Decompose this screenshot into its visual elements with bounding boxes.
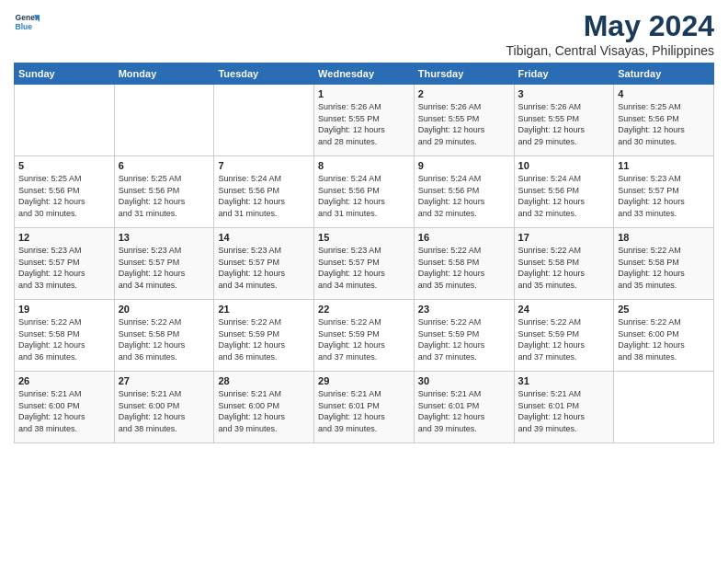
day-number: 29 bbox=[318, 375, 410, 386]
day-info: Sunrise: 5:21 AMSunset: 6:01 PMDaylight:… bbox=[418, 388, 510, 434]
day-number: 11 bbox=[618, 160, 710, 171]
day-number: 13 bbox=[119, 232, 210, 243]
day-number: 2 bbox=[418, 88, 510, 99]
day-number: 20 bbox=[119, 304, 210, 315]
day-info: Sunrise: 5:25 AMSunset: 5:56 PMDaylight:… bbox=[119, 173, 210, 219]
day-info: Sunrise: 5:22 AMSunset: 5:58 PMDaylight:… bbox=[418, 245, 510, 291]
table-row: 14Sunrise: 5:23 AMSunset: 5:57 PMDayligh… bbox=[214, 228, 314, 300]
day-info: Sunrise: 5:22 AMSunset: 6:00 PMDaylight:… bbox=[618, 316, 710, 362]
table-row: 6Sunrise: 5:25 AMSunset: 5:56 PMDaylight… bbox=[114, 156, 214, 228]
col-tuesday: Tuesday bbox=[214, 63, 314, 85]
day-info: Sunrise: 5:26 AMSunset: 5:55 PMDaylight:… bbox=[318, 101, 410, 147]
day-info: Sunrise: 5:23 AMSunset: 5:57 PMDaylight:… bbox=[119, 245, 210, 291]
day-info: Sunrise: 5:23 AMSunset: 5:57 PMDaylight:… bbox=[218, 245, 310, 291]
table-row: 29Sunrise: 5:21 AMSunset: 6:01 PMDayligh… bbox=[314, 372, 415, 443]
table-row bbox=[614, 372, 714, 443]
day-info: Sunrise: 5:22 AMSunset: 5:59 PMDaylight:… bbox=[318, 316, 410, 362]
day-info: Sunrise: 5:22 AMSunset: 5:59 PMDaylight:… bbox=[218, 316, 310, 362]
table-row: 10Sunrise: 5:24 AMSunset: 5:56 PMDayligh… bbox=[514, 156, 614, 228]
page-subtitle: Tibigan, Central Visayas, Philippines bbox=[506, 43, 714, 58]
day-info: Sunrise: 5:24 AMSunset: 5:56 PMDaylight:… bbox=[418, 173, 510, 219]
day-info: Sunrise: 5:23 AMSunset: 5:57 PMDaylight:… bbox=[618, 173, 710, 219]
table-row: 24Sunrise: 5:22 AMSunset: 5:59 PMDayligh… bbox=[514, 300, 614, 372]
table-row: 25Sunrise: 5:22 AMSunset: 6:00 PMDayligh… bbox=[614, 300, 714, 372]
day-number: 10 bbox=[518, 160, 610, 171]
col-wednesday: Wednesday bbox=[314, 63, 415, 85]
day-info: Sunrise: 5:22 AMSunset: 5:59 PMDaylight:… bbox=[418, 316, 510, 362]
day-info: Sunrise: 5:24 AMSunset: 5:56 PMDaylight:… bbox=[218, 173, 310, 219]
day-info: Sunrise: 5:23 AMSunset: 5:57 PMDaylight:… bbox=[18, 245, 110, 291]
table-row: 12Sunrise: 5:23 AMSunset: 5:57 PMDayligh… bbox=[15, 228, 115, 300]
day-number: 16 bbox=[418, 232, 510, 243]
col-friday: Friday bbox=[514, 63, 614, 85]
day-number: 23 bbox=[418, 304, 510, 315]
day-number: 4 bbox=[618, 88, 710, 99]
day-number: 9 bbox=[418, 160, 510, 171]
day-info: Sunrise: 5:21 AMSunset: 6:00 PMDaylight:… bbox=[218, 388, 310, 434]
table-row bbox=[15, 85, 115, 156]
calendar-week-row: 19Sunrise: 5:22 AMSunset: 5:58 PMDayligh… bbox=[15, 300, 714, 372]
day-number: 25 bbox=[618, 304, 710, 315]
day-number: 5 bbox=[18, 160, 110, 171]
day-number: 30 bbox=[418, 375, 510, 386]
table-row: 16Sunrise: 5:22 AMSunset: 5:58 PMDayligh… bbox=[414, 228, 514, 300]
table-row: 18Sunrise: 5:22 AMSunset: 5:58 PMDayligh… bbox=[614, 228, 714, 300]
calendar-body: 1Sunrise: 5:26 AMSunset: 5:55 PMDaylight… bbox=[15, 85, 714, 443]
calendar-week-row: 5Sunrise: 5:25 AMSunset: 5:56 PMDaylight… bbox=[15, 156, 714, 228]
day-info: Sunrise: 5:22 AMSunset: 5:58 PMDaylight:… bbox=[518, 245, 610, 291]
day-info: Sunrise: 5:21 AMSunset: 6:01 PMDaylight:… bbox=[518, 388, 610, 434]
calendar-header-row: Sunday Monday Tuesday Wednesday Thursday… bbox=[15, 63, 714, 85]
svg-text:Blue: Blue bbox=[16, 22, 33, 31]
table-row: 20Sunrise: 5:22 AMSunset: 5:58 PMDayligh… bbox=[114, 300, 214, 372]
table-row bbox=[214, 85, 314, 156]
day-number: 6 bbox=[119, 160, 210, 171]
logo: General Blue bbox=[14, 9, 40, 35]
calendar-week-row: 12Sunrise: 5:23 AMSunset: 5:57 PMDayligh… bbox=[15, 228, 714, 300]
table-row: 15Sunrise: 5:23 AMSunset: 5:57 PMDayligh… bbox=[314, 228, 415, 300]
day-info: Sunrise: 5:25 AMSunset: 5:56 PMDaylight:… bbox=[18, 173, 110, 219]
day-number: 14 bbox=[218, 232, 310, 243]
page-title: May 2024 bbox=[506, 9, 714, 43]
day-number: 21 bbox=[218, 304, 310, 315]
table-row: 13Sunrise: 5:23 AMSunset: 5:57 PMDayligh… bbox=[114, 228, 214, 300]
table-row: 3Sunrise: 5:26 AMSunset: 5:55 PMDaylight… bbox=[514, 85, 614, 156]
table-row: 28Sunrise: 5:21 AMSunset: 6:00 PMDayligh… bbox=[214, 372, 314, 443]
table-row: 4Sunrise: 5:25 AMSunset: 5:56 PMDaylight… bbox=[614, 85, 714, 156]
table-row bbox=[114, 85, 214, 156]
title-section: May 2024 Tibigan, Central Visayas, Phili… bbox=[506, 9, 714, 58]
col-saturday: Saturday bbox=[614, 63, 714, 85]
day-number: 8 bbox=[318, 160, 410, 171]
day-number: 17 bbox=[518, 232, 610, 243]
page-container: General Blue May 2024 Tibigan, Central V… bbox=[0, 0, 728, 448]
calendar-week-row: 26Sunrise: 5:21 AMSunset: 6:00 PMDayligh… bbox=[15, 372, 714, 443]
logo-icon: General Blue bbox=[14, 9, 40, 35]
day-info: Sunrise: 5:25 AMSunset: 5:56 PMDaylight:… bbox=[618, 101, 710, 147]
day-info: Sunrise: 5:21 AMSunset: 6:01 PMDaylight:… bbox=[318, 388, 410, 434]
col-sunday: Sunday bbox=[15, 63, 115, 85]
table-row: 30Sunrise: 5:21 AMSunset: 6:01 PMDayligh… bbox=[414, 372, 514, 443]
day-info: Sunrise: 5:21 AMSunset: 6:00 PMDaylight:… bbox=[119, 388, 210, 434]
day-info: Sunrise: 5:26 AMSunset: 5:55 PMDaylight:… bbox=[418, 101, 510, 147]
table-row: 27Sunrise: 5:21 AMSunset: 6:00 PMDayligh… bbox=[114, 372, 214, 443]
day-number: 27 bbox=[119, 375, 210, 386]
day-info: Sunrise: 5:21 AMSunset: 6:00 PMDaylight:… bbox=[18, 388, 110, 434]
day-number: 7 bbox=[218, 160, 310, 171]
day-number: 31 bbox=[518, 375, 610, 386]
day-number: 12 bbox=[18, 232, 110, 243]
table-row: 31Sunrise: 5:21 AMSunset: 6:01 PMDayligh… bbox=[514, 372, 614, 443]
day-info: Sunrise: 5:24 AMSunset: 5:56 PMDaylight:… bbox=[518, 173, 610, 219]
table-row: 1Sunrise: 5:26 AMSunset: 5:55 PMDaylight… bbox=[314, 85, 415, 156]
day-number: 24 bbox=[518, 304, 610, 315]
header: General Blue May 2024 Tibigan, Central V… bbox=[14, 9, 714, 58]
day-info: Sunrise: 5:22 AMSunset: 5:58 PMDaylight:… bbox=[18, 316, 110, 362]
day-number: 18 bbox=[618, 232, 710, 243]
table-row: 9Sunrise: 5:24 AMSunset: 5:56 PMDaylight… bbox=[414, 156, 514, 228]
col-thursday: Thursday bbox=[414, 63, 514, 85]
table-row: 21Sunrise: 5:22 AMSunset: 5:59 PMDayligh… bbox=[214, 300, 314, 372]
day-info: Sunrise: 5:26 AMSunset: 5:55 PMDaylight:… bbox=[518, 101, 610, 147]
table-row: 26Sunrise: 5:21 AMSunset: 6:00 PMDayligh… bbox=[15, 372, 115, 443]
col-monday: Monday bbox=[114, 63, 214, 85]
day-info: Sunrise: 5:23 AMSunset: 5:57 PMDaylight:… bbox=[318, 245, 410, 291]
day-number: 3 bbox=[518, 88, 610, 99]
day-info: Sunrise: 5:22 AMSunset: 5:58 PMDaylight:… bbox=[119, 316, 210, 362]
